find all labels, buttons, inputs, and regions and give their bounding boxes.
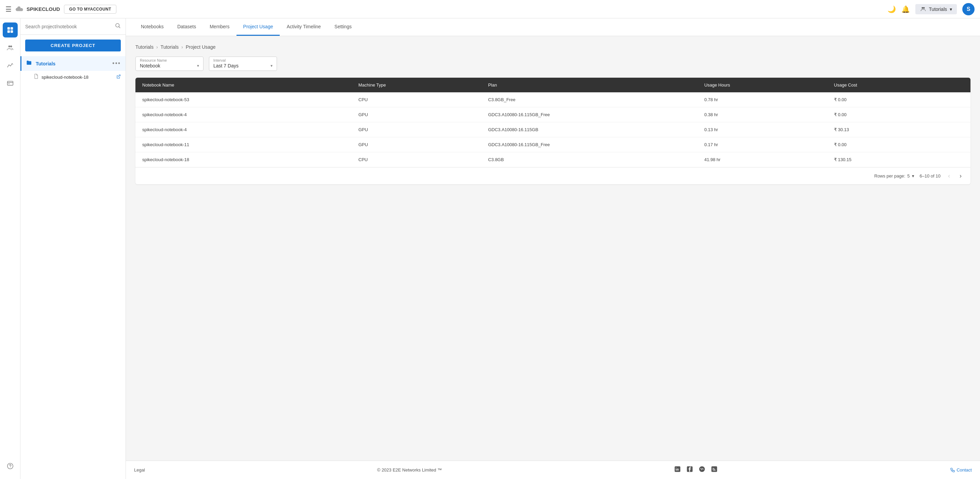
notebook-external-link-icon[interactable] (116, 74, 121, 80)
col-header-usage-hours: Usage Hours (705, 83, 834, 88)
cell-usage-cost: ₹ 130.15 (834, 157, 964, 162)
project-label: Tutorials (36, 61, 109, 66)
cell-usage-cost: ₹ 0.00 (834, 142, 964, 147)
resource-name-label: Resource Name (140, 58, 199, 62)
breadcrumb-tutorials-1[interactable]: Tutorials (135, 44, 153, 50)
interval-label: Interval (213, 58, 272, 62)
interval-select[interactable]: Last 7 Days ▾ (213, 63, 272, 69)
svg-point-11 (7, 463, 13, 469)
notebook-item[interactable]: spikecloud-notebook-18 (21, 71, 126, 83)
tab-settings[interactable]: Settings (328, 18, 359, 36)
interval-filter[interactable]: Interval Last 7 Days ▾ (209, 57, 277, 71)
cell-usage-hours: 0.38 hr (705, 112, 834, 117)
topbar: ☰ SPIKECLOUD GO TO MYACCOUNT 🌙 🔔 Tutoria… (0, 0, 980, 18)
help-icon (6, 462, 14, 470)
cell-plan: GDC3.A10080-16.115GB (488, 127, 704, 132)
projects-icon (6, 26, 14, 34)
dark-mode-icon[interactable]: 🌙 (888, 5, 896, 13)
table-row: spikecloud-notebook-18 CPU C3.8GB 41.98 … (135, 152, 970, 167)
legal-link[interactable]: Legal (134, 468, 145, 473)
table-row: spikecloud-notebook-4 GPU GDC3.A10080-16… (135, 122, 970, 137)
project-sidebar: CREATE PROJECT Tutorials ••• spikecloud-… (21, 18, 126, 479)
contact-label: Contact (956, 468, 972, 473)
rows-per-page-chevron-icon[interactable]: ▾ (912, 173, 914, 179)
icon-sidebar (0, 18, 21, 479)
cell-notebook-name: spikecloud-notebook-11 (142, 142, 358, 147)
project-item-tutorials[interactable]: Tutorials ••• (21, 56, 126, 71)
pagination-info: 6–10 of 10 (920, 173, 940, 179)
topbar-right: 🌙 🔔 Tutorials ▾ S (888, 3, 975, 15)
cell-machine-type: CPU (358, 97, 488, 102)
page-content: Tutorials › Tutorials › Project Usage Re… (126, 36, 980, 461)
cell-usage-hours: 0.13 hr (705, 127, 834, 132)
menu-icon[interactable]: ☰ (5, 5, 11, 13)
sidebar-item-help[interactable] (3, 458, 18, 474)
sidebar-item-analytics[interactable] (3, 58, 18, 73)
myaccount-button[interactable]: GO TO MYACCOUNT (64, 5, 116, 14)
breadcrumb-sep-2: › (181, 44, 183, 50)
contact-link[interactable]: Contact (950, 468, 972, 473)
pagination-row: Rows per page: 5 ▾ 6–10 of 10 ‹ › (135, 167, 970, 184)
cell-notebook-name: spikecloud-notebook-4 (142, 127, 358, 132)
tab-project-usage[interactable]: Project Usage (237, 18, 280, 36)
breadcrumb: Tutorials › Tutorials › Project Usage (135, 44, 970, 50)
sidebar-item-members[interactable] (3, 40, 18, 55)
tab-nav: Notebooks Datasets Members Project Usage… (126, 18, 980, 36)
tab-datasets[interactable]: Datasets (170, 18, 203, 36)
interval-value: Last 7 Days (213, 63, 239, 69)
phone-icon (950, 468, 955, 473)
group-icon (920, 6, 926, 12)
tutorials-button[interactable]: Tutorials ▾ (915, 4, 957, 14)
svg-rect-3 (10, 27, 13, 30)
main-layout: CREATE PROJECT Tutorials ••• spikecloud-… (0, 18, 980, 479)
cell-usage-cost: ₹ 30.13 (834, 127, 964, 132)
breadcrumb-tutorials-2[interactable]: Tutorials (161, 44, 179, 50)
project-more-menu[interactable]: ••• (112, 60, 121, 67)
breadcrumb-project-usage: Project Usage (186, 44, 216, 50)
copyright-text: © 2023 E2E Networks Limited ™ (377, 468, 442, 473)
resource-name-filter[interactable]: Resource Name Notebook ▾ (135, 57, 204, 71)
search-icon (115, 22, 121, 30)
pagination-next-button[interactable]: › (958, 172, 964, 180)
create-project-button[interactable]: CREATE PROJECT (25, 40, 121, 51)
linkedin-icon[interactable] (674, 466, 681, 474)
content-area: Notebooks Datasets Members Project Usage… (126, 18, 980, 479)
svg-rect-2 (7, 27, 10, 30)
logo-text: SPIKECLOUD (27, 6, 60, 12)
search-input[interactable] (25, 24, 112, 29)
cell-machine-type: GPU (358, 142, 488, 147)
rss-icon[interactable] (711, 466, 718, 474)
sidebar-item-projects[interactable] (3, 22, 18, 37)
cell-notebook-name: spikecloud-notebook-4 (142, 112, 358, 117)
twitter-icon[interactable] (698, 466, 705, 474)
avatar[interactable]: S (962, 3, 975, 15)
cell-notebook-name: spikecloud-notebook-53 (142, 97, 358, 102)
cell-plan: GDC3.A10080-16.115GB_Free (488, 112, 704, 117)
svg-rect-8 (7, 81, 13, 86)
col-header-plan: Plan (488, 83, 704, 88)
sidebar-item-billing[interactable] (3, 76, 18, 91)
cell-machine-type: GPU (358, 112, 488, 117)
interval-chevron-icon: ▾ (270, 63, 272, 68)
logo: SPIKECLOUD (16, 6, 60, 12)
data-table: Notebook Name Machine Type Plan Usage Ho… (135, 78, 970, 184)
cell-usage-hours: 0.17 hr (705, 142, 834, 147)
analytics-icon (6, 62, 14, 69)
col-header-notebook-name: Notebook Name (142, 83, 358, 88)
notebook-file-icon (33, 73, 39, 80)
tab-activity-timeline[interactable]: Activity Timeline (280, 18, 327, 36)
tutorials-chevron: ▾ (950, 6, 952, 12)
pagination-prev-button[interactable]: ‹ (946, 172, 952, 180)
billing-icon (6, 79, 14, 87)
svg-line-14 (119, 27, 120, 27)
svg-point-6 (8, 46, 10, 48)
tab-notebooks[interactable]: Notebooks (134, 18, 170, 36)
rows-per-page-value[interactable]: 5 (907, 173, 910, 179)
resource-name-select[interactable]: Notebook ▾ (140, 63, 199, 69)
tab-members[interactable]: Members (203, 18, 236, 36)
members-icon (6, 44, 14, 51)
cell-usage-hours: 0.78 hr (705, 97, 834, 102)
facebook-icon[interactable] (686, 466, 693, 474)
table-row: spikecloud-notebook-11 GPU GDC3.A10080-1… (135, 137, 970, 152)
notification-icon[interactable]: 🔔 (901, 5, 910, 13)
